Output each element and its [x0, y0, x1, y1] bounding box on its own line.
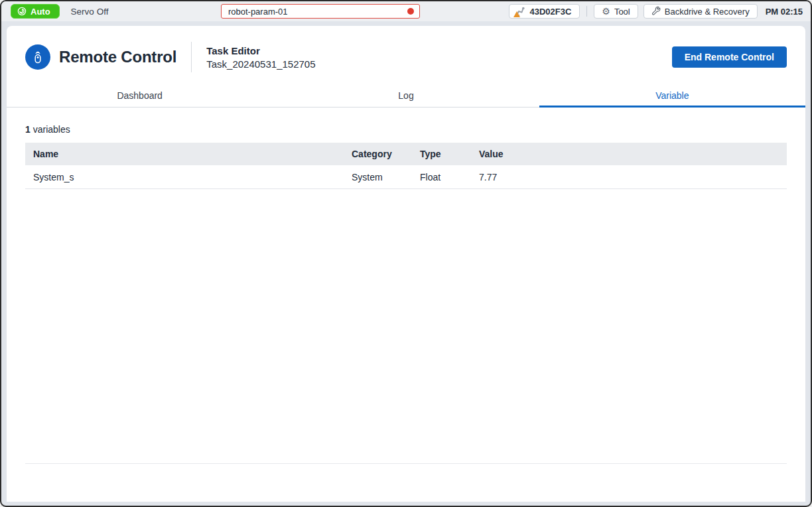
robot-param-field[interactable]: robot-param-01	[221, 4, 420, 19]
mode-badge-auto[interactable]: Auto	[11, 4, 60, 19]
topbar-divider	[586, 6, 587, 17]
variable-table-header: Name Category Type Value	[25, 143, 787, 165]
variable-tab-content: 1 variables Name Category Type Value Sys…	[7, 108, 805, 502]
column-header-type: Type	[420, 149, 479, 159]
column-header-category: Category	[352, 149, 420, 159]
remote-control-icon	[25, 44, 50, 70]
table-row[interactable]: System_s System Float 7.77	[25, 165, 787, 189]
variable-value: 7.77	[479, 172, 787, 182]
clock-text: PM 02:15	[766, 7, 803, 17]
variable-count: 1 variables	[25, 124, 787, 135]
header-divider	[191, 42, 192, 72]
page-title: Remote Control	[59, 48, 176, 66]
task-context: Task Editor Task_20240531_152705	[206, 45, 315, 70]
gear-icon: ⚙	[602, 7, 610, 16]
end-remote-control-button[interactable]: End Remote Control	[672, 46, 787, 68]
tab-dashboard[interactable]: Dashboard	[7, 86, 273, 107]
variable-count-number: 1	[25, 124, 31, 135]
record-status-dot	[407, 8, 414, 15]
variable-name: System_s	[25, 172, 352, 182]
task-name: Task_20240531_152705	[206, 58, 315, 70]
backdrive-recovery-button[interactable]: Backdrive & Recovery	[643, 4, 758, 19]
robot-status-icon	[514, 6, 525, 17]
variable-type: Float	[420, 172, 479, 182]
tool-button-label: Tool	[614, 7, 630, 17]
tool-button[interactable]: ⚙ Tool	[594, 4, 638, 19]
column-header-value: Value	[479, 149, 787, 159]
tab-bar: Dashboard Log Variable	[7, 86, 805, 108]
variable-category: System	[352, 172, 420, 182]
app-window: Auto Servo Off robot-param-01 43D02F3C ⚙	[0, 0, 812, 507]
system-topbar: Auto Servo Off robot-param-01 43D02F3C ⚙	[1, 1, 811, 21]
backdrive-button-label: Backdrive & Recovery	[665, 7, 750, 17]
wrench-icon	[651, 6, 661, 17]
column-header-name: Name	[25, 149, 352, 159]
remote-control-panel: Remote Control Task Editor Task_20240531…	[7, 26, 805, 502]
variable-list-empty-area	[25, 189, 787, 464]
warning-icon	[513, 11, 520, 17]
robot-id-button[interactable]: 43D02F3C	[509, 4, 580, 19]
tab-variable[interactable]: Variable	[539, 86, 805, 107]
robot-param-value: robot-param-01	[228, 7, 407, 17]
robot-id-label: 43D02F3C	[529, 7, 571, 17]
mode-badge-label: Auto	[31, 7, 50, 17]
auto-mode-icon	[17, 7, 27, 16]
tab-log[interactable]: Log	[273, 86, 539, 107]
panel-header: Remote Control Task Editor Task_20240531…	[7, 26, 805, 86]
servo-status: Servo Off	[71, 7, 109, 17]
variable-count-suffix: variables	[31, 124, 70, 135]
context-title: Task Editor	[206, 45, 315, 56]
